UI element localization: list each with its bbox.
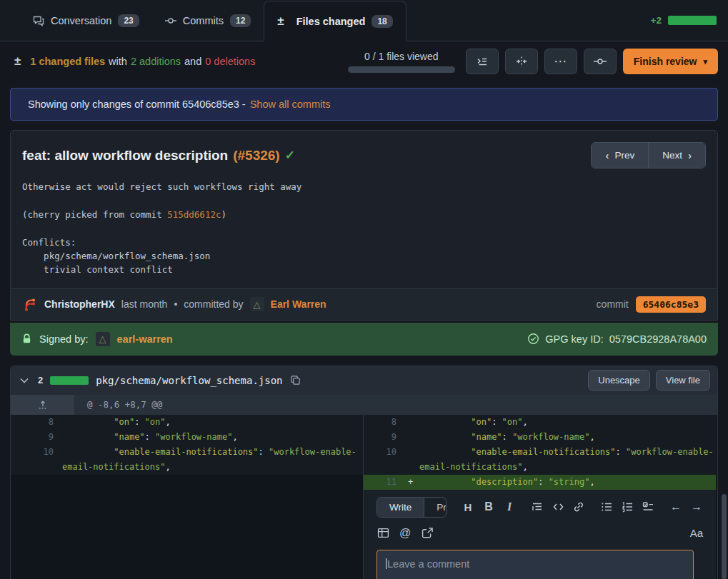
file-tree-toggle-icon — [477, 56, 488, 67]
italic-icon[interactable]: I — [503, 500, 516, 513]
files-viewed-bar — [348, 66, 455, 73]
quote-icon[interactable] — [531, 501, 544, 513]
comment-editor: Write Preview H B I — [363, 490, 716, 579]
file-tree-toggle-button[interactable] — [466, 49, 499, 74]
show-all-commits-link[interactable]: Show all commits — [250, 99, 331, 110]
additions-text: 2 additions — [131, 56, 181, 67]
tab-conversation[interactable]: Conversation 23 — [20, 0, 152, 41]
expand-hunk-button[interactable] — [11, 395, 74, 415]
tab-write[interactable]: Write — [377, 498, 424, 517]
signed-by-label: Signed by: — [39, 333, 89, 345]
commit-status-check-icon[interactable]: ✓ — [285, 148, 295, 163]
text-cursor — [386, 558, 387, 569]
line-number-old[interactable]: 8 — [11, 415, 62, 430]
deletions-text: 0 deletions — [205, 56, 255, 67]
hunk-header-row: @ -8,6 +8,7 @@ — [11, 395, 717, 415]
unescape-button[interactable]: Unescape — [588, 370, 650, 391]
tab-count-badge: 12 — [230, 14, 251, 27]
line-number-new[interactable]: 9 — [364, 430, 404, 445]
mention-icon[interactable]: @ — [399, 527, 412, 540]
tab-preview[interactable]: Preview — [424, 498, 447, 517]
diff-summary: ± 1 changed files with 2 additions and 0… — [14, 54, 255, 69]
line-number-new[interactable]: 8 — [364, 415, 404, 430]
diff-icon: ± — [14, 54, 21, 69]
line-number-new[interactable]: 10 — [364, 445, 404, 460]
task-list-icon[interactable] — [642, 501, 654, 513]
line-number-new[interactable] — [364, 460, 404, 475]
code-icon[interactable] — [552, 501, 564, 513]
link-icon[interactable] — [572, 501, 585, 513]
code-line: "enable-email-notifications": "workflow-… — [419, 445, 714, 460]
author-avatar[interactable] — [22, 296, 38, 312]
collapse-file-chevron-icon[interactable] — [18, 378, 31, 383]
code-line: "on": "on", — [62, 415, 171, 430]
table-icon[interactable] — [377, 527, 389, 539]
tab-label: Commits — [183, 15, 224, 26]
signer-avatar[interactable]: △ — [96, 332, 110, 346]
prev-commit-button[interactable]: ‹ Prev — [592, 143, 648, 168]
line-number-new[interactable]: 11 — [364, 475, 404, 490]
line-number-old[interactable] — [11, 460, 62, 475]
commit-message-body: Otherwise act would reject such workflow… — [22, 180, 706, 277]
code-line: "description": "string", — [419, 475, 595, 490]
line-number-old[interactable]: 10 — [11, 445, 62, 460]
commits-menu-button[interactable] — [584, 49, 617, 74]
code-line: "name": "workflow-name", — [62, 430, 238, 445]
diff-marker — [404, 460, 419, 475]
inline-comment-row: Write Preview H B I — [11, 490, 717, 579]
tab-commits[interactable]: Commits 12 — [152, 0, 264, 41]
commit-sha-badge[interactable]: 65406c85e3 — [636, 296, 706, 313]
diff-empty-cell — [11, 475, 363, 490]
file-name[interactable]: pkg/schema/workflow_schema.json — [96, 375, 282, 386]
arrow-right-icon[interactable]: → — [690, 500, 703, 513]
diff-marker: + — [404, 475, 419, 490]
plain-text-toggle[interactable]: Aa — [690, 527, 703, 539]
diff-row: email-notifications",email-notifications… — [11, 460, 717, 475]
committer-name[interactable]: Earl Warren — [271, 298, 326, 310]
bold-icon[interactable]: B — [482, 500, 495, 513]
finish-review-button[interactable]: Finish review ▾ — [623, 49, 718, 74]
heading-icon[interactable]: H — [462, 501, 474, 513]
commit-time: last month — [121, 298, 168, 310]
diff-marker — [404, 430, 419, 445]
tab-count-badge: 23 — [118, 14, 139, 27]
diff-row: 9 "name": "workflow-name",9 "name": "wor… — [11, 430, 717, 445]
author-name[interactable]: ChristopherHX — [44, 298, 115, 310]
list-unordered-icon[interactable] — [600, 501, 613, 513]
comment-textarea[interactable]: Leave a comment — [377, 550, 694, 579]
git-commit-icon — [594, 56, 607, 67]
tab-files-changed[interactable]: ± Files changed 18 — [264, 1, 406, 41]
reference-icon[interactable] — [421, 527, 434, 539]
whitespace-toggle-button[interactable] — [505, 49, 538, 74]
diff-stat-bar — [668, 16, 717, 25]
verified-check-icon — [527, 333, 539, 345]
diff-rows: 8 "on": "on",8 "on": "on",9 "name": "wor… — [11, 415, 717, 490]
commit-label: commit — [597, 298, 629, 310]
page-scrollbar-thumb[interactable] — [722, 494, 727, 579]
files-viewed-progress: 0 / 1 files viewed — [348, 51, 455, 73]
diff-options-button[interactable]: ⋯ — [544, 49, 577, 74]
code-line: "on": "on", — [419, 415, 528, 430]
list-ordered-icon[interactable] — [621, 501, 634, 513]
diff-file-box: 2 pkg/schema/workflow_schema.json Unesca… — [10, 366, 718, 579]
commit-pager: ‹ Prev Next › — [591, 142, 706, 168]
diff-row: 10 "enable-email-notifications": "workfl… — [11, 445, 717, 460]
signature-row: Signed by: △ earl-warren GPG key ID: 057… — [10, 323, 718, 356]
view-file-button[interactable]: View file — [656, 370, 710, 391]
diff-row: 11+ "description": "string", — [11, 475, 717, 490]
diff-icon: ± — [277, 14, 284, 29]
diff-empty-cell — [11, 490, 363, 579]
comment-discussion-icon — [33, 15, 44, 26]
arrow-left-icon[interactable]: ← — [669, 500, 682, 513]
next-commit-button[interactable]: Next › — [648, 143, 705, 168]
committer-avatar[interactable]: △ — [250, 297, 264, 311]
comment-placeholder: Leave a comment — [387, 558, 469, 570]
chevron-right-icon: › — [688, 149, 692, 161]
signer-name[interactable]: earl-warren — [117, 333, 173, 345]
line-number-old[interactable]: 9 — [11, 430, 62, 445]
banner-text: Showing only changes of commit 65406c85e… — [28, 99, 246, 110]
copy-path-icon[interactable] — [290, 375, 301, 386]
file-change-count: 2 — [38, 375, 43, 386]
cherry-pick-sha-link[interactable]: 515dd6612c — [167, 209, 221, 220]
issue-ref-link[interactable]: (#5326) — [233, 148, 280, 163]
